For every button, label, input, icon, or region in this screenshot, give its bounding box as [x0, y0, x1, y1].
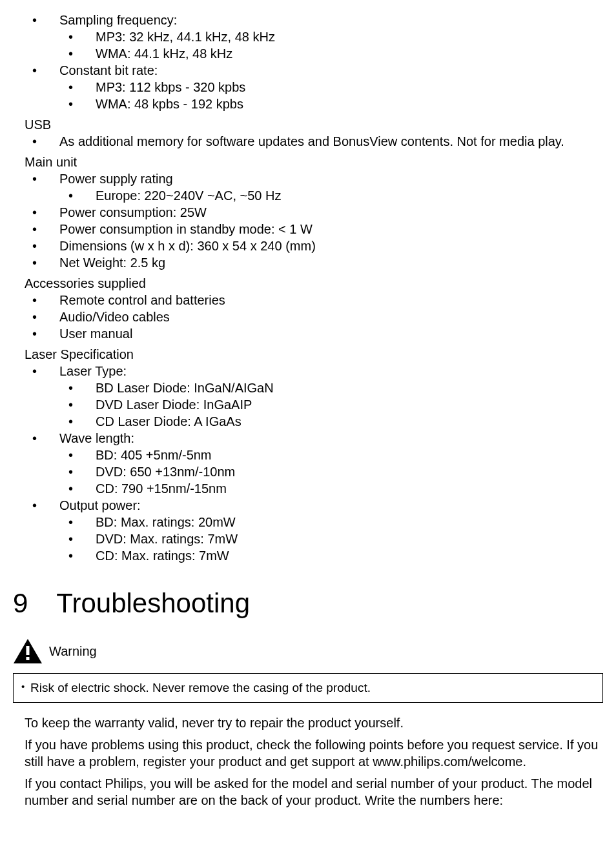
list-item: Laser Type: [13, 363, 603, 379]
warning-box: Risk of electric shock. Never remove the… [13, 673, 603, 703]
list-item: DVD: 650 +13nm/-10nm [13, 463, 603, 480]
paragraph: To keep the warranty valid, never try to… [13, 714, 603, 731]
chapter-title: Troubleshooting [56, 586, 250, 621]
list-item: WMA: 44.1 kHz, 48 kHz [13, 45, 603, 62]
warning-icon [13, 638, 43, 664]
list-item: Net Weight: 2.5 kg [13, 254, 603, 271]
list-item: Output power: [13, 497, 603, 514]
section-heading-laser: Laser Specification [13, 346, 603, 363]
list-item: Sampling frequency: [13, 12, 603, 28]
warning-header: Warning [13, 638, 603, 664]
list-item: Power consumption: 25W [13, 204, 603, 221]
laser-list: Laser Type: BD Laser Diode: InGaN/AIGaN … [13, 363, 603, 564]
list-item: MP3: 112 kbps - 320 kpbs [13, 79, 603, 96]
list-item: DVD Laser Diode: InGaAIP [13, 396, 603, 413]
list-item: MP3: 32 kHz, 44.1 kHz, 48 kHz [13, 28, 603, 45]
chapter-heading: 9 Troubleshooting [13, 586, 603, 621]
paragraph: If you have problems using this product,… [13, 736, 603, 770]
svg-rect-2 [26, 657, 30, 660]
list-item: Power supply rating [13, 170, 603, 187]
list-item: DVD: Max. ratings: 7mW [13, 530, 603, 547]
list-item: Wave length: [13, 430, 603, 447]
list-item: BD: Max. ratings: 20mW [13, 514, 603, 530]
section-heading-usb: USB [13, 116, 603, 133]
list-item: Europe: 220~240V ~AC, ~50 Hz [13, 187, 603, 204]
mainunit-list: Power supply rating Europe: 220~240V ~AC… [13, 170, 603, 271]
spec-list: Sampling frequency: MP3: 32 kHz, 44.1 kH… [13, 12, 603, 112]
section-heading-accessories: Accessories supplied [13, 275, 603, 292]
list-item: CD Laser Diode: A IGaAs [13, 413, 603, 430]
list-item: CD: Max. ratings: 7mW [13, 547, 603, 564]
list-item: Power consumption in standby mode: < 1 W [13, 221, 603, 237]
accessories-list: Remote control and batteries Audio/Video… [13, 292, 603, 342]
warning-label: Warning [49, 643, 97, 660]
section-heading-main-unit: Main unit [13, 154, 603, 170]
list-item: User manual [13, 325, 603, 342]
list-item: Constant bit rate: [13, 62, 603, 79]
list-item: As additional memory for software update… [13, 133, 603, 150]
usb-list: As additional memory for software update… [13, 133, 603, 150]
list-item: WMA: 48 kpbs - 192 kpbs [13, 96, 603, 112]
list-item: BD Laser Diode: InGaN/AIGaN [13, 379, 603, 396]
list-item: CD: 790 +15nm/-15nm [13, 480, 603, 497]
list-item: Remote control and batteries [13, 292, 603, 308]
warning-text: Risk of electric shock. Never remove the… [20, 680, 595, 696]
list-item: Dimensions (w x h x d): 360 x 54 x 240 (… [13, 237, 603, 254]
list-item: Audio/Video cables [13, 308, 603, 325]
list-item: BD: 405 +5nm/-5nm [13, 447, 603, 463]
svg-rect-1 [26, 646, 30, 655]
paragraph: If you contact Philips, you will be aske… [13, 775, 603, 809]
chapter-number: 9 [13, 586, 28, 621]
